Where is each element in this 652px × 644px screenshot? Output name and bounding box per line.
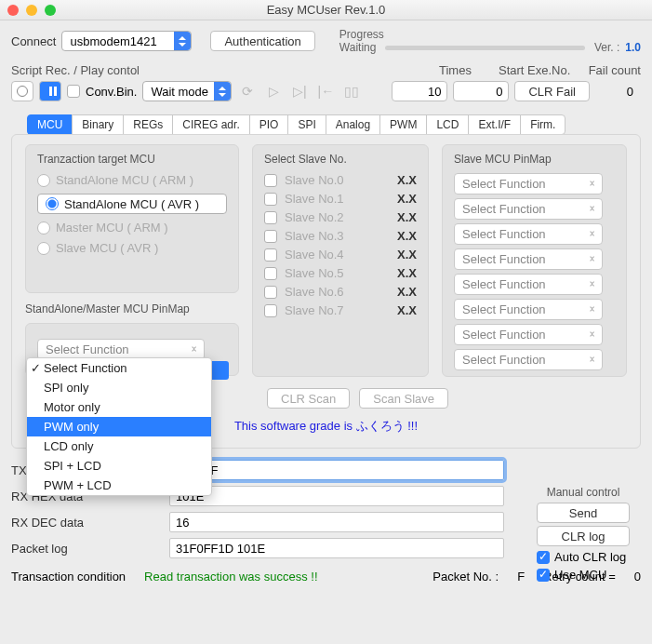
slavemap-select-6[interactable]: Select Function xyxy=(454,324,603,345)
dd-select-function[interactable]: Select Function xyxy=(27,358,211,378)
convbin-label: Conv.Bin. xyxy=(86,85,137,99)
times-input[interactable] xyxy=(392,81,447,101)
clr-fail-button[interactable]: CLR Fail xyxy=(514,81,590,101)
connect-label: Connect xyxy=(11,34,56,48)
authentication-button[interactable]: Authentication xyxy=(210,31,314,51)
status-text: Waiting xyxy=(339,41,377,54)
progress-bar xyxy=(385,46,585,50)
tab-pwm[interactable]: PWM xyxy=(379,114,427,135)
dd-pwm-only[interactable]: PWM only xyxy=(27,417,211,436)
port-select[interactable]: usbmodem1421 xyxy=(61,31,192,51)
slavemap-select-7[interactable]: Select Function xyxy=(454,349,603,370)
tab-binary[interactable]: Binary xyxy=(72,114,124,135)
pktno-value: F xyxy=(517,570,525,584)
dd-lcd-only[interactable]: LCD only xyxy=(27,436,211,456)
ver-label: Ver. : xyxy=(594,41,619,54)
trans-cond-label: Transaction condition xyxy=(11,570,126,584)
rxhex-input[interactable] xyxy=(169,486,504,506)
slave-row-4[interactable]: Slave No.4X.X xyxy=(264,248,417,262)
progress-label: Progress xyxy=(339,28,641,41)
port-value: usbmodem1421 xyxy=(70,34,156,48)
slavemap-select-0[interactable]: Select Function xyxy=(454,173,603,195)
rxdec-label: RX DEC data xyxy=(11,516,160,530)
tab-mcu[interactable]: MCU xyxy=(27,114,73,135)
tabstrip: MCU Binary REGs CIREG adr. PIO SPI Analo… xyxy=(28,114,641,135)
convbin-checkbox[interactable] xyxy=(67,85,80,98)
tab-pio[interactable]: PIO xyxy=(249,114,289,135)
rxdec-input[interactable] xyxy=(169,512,504,532)
slavemap-select-5[interactable]: Select Function xyxy=(454,299,603,320)
target-mcu-title: Tranzaction target MCU xyxy=(37,153,227,166)
dd-spi-only[interactable]: SPI only xyxy=(27,378,211,397)
tab-spi[interactable]: SPI xyxy=(287,114,326,135)
dd-pwm-lcd[interactable]: PWM + LCD xyxy=(27,476,211,495)
dd-spi-lcd[interactable]: SPI + LCD xyxy=(27,456,211,476)
step-icon[interactable]: ▷| xyxy=(289,82,310,101)
pktlog-input[interactable] xyxy=(169,538,504,558)
slave-row-7[interactable]: Slave No.7X.X xyxy=(264,303,417,317)
radio-master-arm[interactable]: Master MCU ( ARM ) xyxy=(37,221,227,235)
script-rec-label: Script Rec. / Play contol xyxy=(11,63,290,77)
radio-standalone-arm[interactable]: StandAlone MCU ( ARM ) xyxy=(37,173,227,187)
ver-value: 1.0 xyxy=(625,41,641,54)
fail-count-label: Fail count xyxy=(589,63,641,77)
auto-clr-checkbox[interactable] xyxy=(537,551,550,564)
tab-cireg[interactable]: CIREG adr. xyxy=(172,114,249,135)
times-label: Times xyxy=(439,63,499,77)
titlebar: Easy MCUser Rev.1.0 xyxy=(0,0,652,20)
slavemap-select-2[interactable]: Select Function xyxy=(454,223,603,245)
pktlog-label: Packet log xyxy=(11,542,160,556)
slavemap-select-1[interactable]: Select Function xyxy=(454,198,603,220)
clr-log-button[interactable]: CLR log xyxy=(537,526,630,546)
pinmap-title: StandAlone/Master MCU PinMap xyxy=(25,302,239,315)
send-button[interactable]: Send xyxy=(537,503,630,523)
slave-row-0[interactable]: Slave No.0X.X xyxy=(264,173,417,187)
tab-analog[interactable]: Analog xyxy=(326,114,380,135)
slave-row-2[interactable]: Slave No.2X.X xyxy=(264,210,417,224)
clr-scan-button[interactable]: CLR Scan xyxy=(267,388,350,409)
pktno-label: Packet No. : xyxy=(432,570,499,584)
slavemap-select-4[interactable]: Select Function xyxy=(454,274,603,295)
trans-cond-value: Read transaction was success !! xyxy=(144,570,317,584)
tab-regs[interactable]: REGs xyxy=(123,114,173,135)
start-exe-input[interactable] xyxy=(453,81,509,101)
stop-icon[interactable]: ▯▯ xyxy=(341,82,362,101)
record-button[interactable] xyxy=(11,81,33,101)
radio-standalone-avr[interactable]: StandAlone MCU ( AVR ) xyxy=(37,194,227,214)
slave-row-6[interactable]: Slave No.6X.X xyxy=(264,285,417,299)
dd-motor-only[interactable]: Motor only xyxy=(27,397,211,417)
pinmap-dropdown[interactable]: Select Function SPI only Motor only PWM … xyxy=(26,357,212,496)
mode-select[interactable]: Wait mode xyxy=(142,81,232,101)
scan-slave-button[interactable]: Scan Slave xyxy=(359,388,448,409)
window-title: Easy MCUser Rev.1.0 xyxy=(0,3,652,17)
tab-lcd[interactable]: LCD xyxy=(426,114,469,135)
pause-button[interactable] xyxy=(39,81,61,101)
use-mcu-checkbox[interactable] xyxy=(537,569,550,582)
manual-title: Manual control xyxy=(527,486,639,499)
fail-count-value: 0 xyxy=(627,85,633,99)
txhex-input[interactable] xyxy=(169,460,504,480)
rewind-icon[interactable]: |← xyxy=(315,82,336,101)
radio-slave-avr[interactable]: Slave MCU ( AVR ) xyxy=(37,241,227,255)
slave-row-5[interactable]: Slave No.5X.X xyxy=(264,266,417,280)
start-exe-label: Start Exe.No. xyxy=(499,63,582,77)
play-icon[interactable]: ▷ xyxy=(263,82,284,101)
slave-row-3[interactable]: Slave No.3X.X xyxy=(264,229,417,243)
slave-row-1[interactable]: Slave No.1X.X xyxy=(264,192,417,206)
slavemap-select-3[interactable]: Select Function xyxy=(454,248,603,270)
slavemap-title: Slave MCU PinMap xyxy=(454,153,615,166)
slave-select-title: Select Slave No. xyxy=(264,153,417,166)
reload-icon[interactable]: ⟳ xyxy=(237,82,258,101)
tab-extif[interactable]: Ext.I/F xyxy=(468,114,521,135)
tab-firm[interactable]: Firm. xyxy=(520,114,566,135)
